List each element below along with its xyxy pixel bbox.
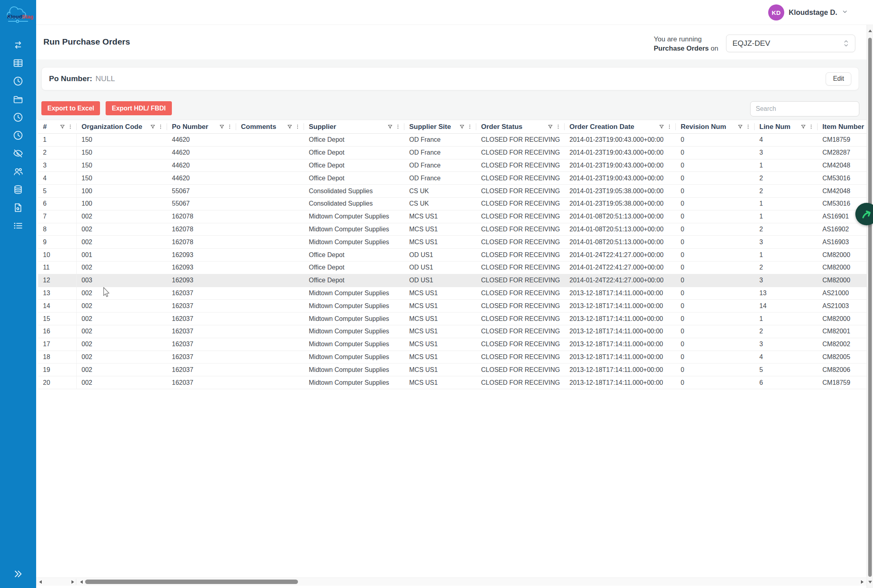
- table-row[interactable]: 20002162037Midtown Computer SuppliesMCS …: [38, 376, 867, 389]
- table-cell: 162093: [167, 261, 236, 274]
- column-menu-icon[interactable]: [158, 124, 163, 130]
- table-row[interactable]: 115044620Office DepotOD FranceCLOSED FOR…: [38, 134, 867, 147]
- table-row[interactable]: 11002162093Office DepotOD US1CLOSED FOR …: [38, 261, 867, 274]
- column-menu-icon[interactable]: [395, 124, 401, 130]
- users-icon: [12, 166, 24, 177]
- logo-text-stage: Stage: [22, 14, 33, 20]
- filter-icon[interactable]: [737, 124, 743, 130]
- horizontal-scrollbar-thumb[interactable]: [85, 580, 298, 584]
- export-to-excel-button[interactable]: Export to Excel: [41, 101, 100, 115]
- sidebar-item-users[interactable]: [12, 166, 24, 177]
- table-cell: MCS US1: [404, 376, 476, 389]
- scroll-right-arrow-icon[interactable]: [71, 580, 75, 584]
- table-cell: 44620: [167, 147, 236, 159]
- filter-icon[interactable]: [59, 124, 65, 130]
- column-header-[interactable]: #: [38, 120, 77, 133]
- column-header-line-num[interactable]: Line Num: [755, 120, 818, 133]
- edit-button[interactable]: Edit: [826, 72, 851, 86]
- column-header-supplier-site[interactable]: Supplier Site: [404, 120, 476, 133]
- sidebar-item-history-3[interactable]: [12, 130, 24, 141]
- filter-icon[interactable]: [387, 124, 393, 130]
- scroll-up-arrow-icon[interactable]: [868, 29, 872, 33]
- filter-icon[interactable]: [287, 124, 293, 130]
- column-menu-icon[interactable]: [745, 124, 751, 130]
- chevron-down-icon[interactable]: [842, 8, 848, 16]
- avatar[interactable]: KD: [768, 4, 784, 20]
- column-menu-icon[interactable]: [295, 124, 300, 130]
- column-header-item-number[interactable]: Item Number: [818, 120, 867, 133]
- table-row[interactable]: 215044620Office DepotOD FranceCLOSED FOR…: [38, 147, 867, 159]
- vertical-scrollbar[interactable]: [867, 25, 873, 588]
- sidebar-item-database[interactable]: [12, 184, 24, 195]
- table-row[interactable]: 19002162037Midtown Computer SuppliesMCS …: [38, 363, 867, 376]
- column-menu-icon[interactable]: [67, 124, 73, 130]
- sidebar-item-document[interactable]: [12, 202, 24, 213]
- table-cell: Office Depot: [304, 159, 404, 172]
- horizontal-scrollbar[interactable]: [36, 578, 867, 586]
- scroll-left-arrow-icon[interactable]: [80, 580, 84, 584]
- table-cell: 17: [38, 338, 77, 351]
- table-row[interactable]: 17002162037Midtown Computer SuppliesMCS …: [38, 338, 867, 351]
- user-menu[interactable]: KD Kloudstage D.: [768, 0, 848, 25]
- kloudstage-logo[interactable]: KloudStage: [3, 4, 33, 27]
- filter-icon[interactable]: [219, 124, 225, 130]
- filter-icon[interactable]: [150, 124, 156, 130]
- filter-icon[interactable]: [459, 124, 465, 130]
- sidebar-item-history-1[interactable]: [12, 76, 24, 87]
- column-menu-icon[interactable]: [555, 124, 561, 130]
- table-cell: 162037: [167, 338, 236, 351]
- table-cell: OD France: [404, 134, 476, 146]
- column-menu-icon[interactable]: [808, 124, 814, 130]
- table-row[interactable]: 12003162093Office DepotOD US1CLOSED FOR …: [38, 274, 867, 287]
- table-cell: 15: [38, 312, 77, 325]
- sidebar-item-hidden[interactable]: [12, 148, 24, 159]
- table-row[interactable]: 16002162037Midtown Computer SuppliesMCS …: [38, 325, 867, 338]
- table-row[interactable]: 18002162037Midtown Computer SuppliesMCS …: [38, 351, 867, 364]
- sidebar-item-list[interactable]: [12, 220, 24, 231]
- column-menu-icon[interactable]: [467, 124, 473, 130]
- table-row[interactable]: 13002162037Midtown Computer SuppliesMCS …: [38, 287, 867, 300]
- table-row[interactable]: 415044620Office DepotOD FranceCLOSED FOR…: [38, 172, 867, 185]
- table-cell: 002: [77, 261, 167, 274]
- sidebar-item-history-2[interactable]: [12, 112, 24, 123]
- scroll-left-arrow-icon[interactable]: [39, 580, 43, 584]
- column-menu-icon[interactable]: [227, 124, 233, 130]
- filter-icon[interactable]: [800, 124, 806, 130]
- column-header-supplier[interactable]: Supplier: [304, 120, 404, 133]
- filter-icon[interactable]: [547, 124, 553, 130]
- sidebar-item-transfer[interactable]: [12, 39, 24, 51]
- table-cell: 162078: [167, 223, 236, 236]
- vertical-scrollbar-thumb[interactable]: [868, 38, 872, 577]
- sidebar-item-tables[interactable]: [12, 57, 24, 69]
- table-cell: 1: [755, 249, 818, 261]
- column-label: Item Number: [822, 123, 864, 131]
- scroll-right-arrow-icon[interactable]: [860, 580, 864, 584]
- sidebar-item-folders[interactable]: [12, 94, 24, 105]
- column-header-comments[interactable]: Comments: [236, 120, 304, 133]
- search-input[interactable]: [750, 101, 859, 116]
- table-row[interactable]: 9002162078Midtown Computer SuppliesMCS U…: [38, 236, 867, 249]
- table-cell: 2013-12-18T17:14:11.000+00:00: [565, 287, 676, 300]
- table-cell: 002: [77, 338, 167, 351]
- table-row[interactable]: 510055067Consolidated SuppliesCS UKCLOSE…: [38, 185, 867, 198]
- table-cell: CM82001: [818, 325, 867, 338]
- table-row[interactable]: 7002162078Midtown Computer SuppliesMCS U…: [38, 210, 867, 223]
- table-row[interactable]: 14002162037Midtown Computer SuppliesMCS …: [38, 300, 867, 312]
- table-row[interactable]: 10001162093Office DepotOD US1CLOSED FOR …: [38, 249, 867, 261]
- column-header-po-number[interactable]: Po Number: [167, 120, 236, 133]
- export-hdl-fbdi-button[interactable]: Export HDL/ FBDI: [106, 101, 171, 115]
- table-row[interactable]: 610055067Consolidated SuppliesCS UKCLOSE…: [38, 198, 867, 210]
- table-row[interactable]: 8002162078Midtown Computer SuppliesMCS U…: [38, 223, 867, 236]
- environment-select[interactable]: EQJZ-DEV: [726, 35, 855, 52]
- filter-icon[interactable]: [659, 124, 665, 130]
- scroll-down-arrow-icon[interactable]: [868, 580, 872, 584]
- column-header-organization-code[interactable]: Organization Code: [77, 120, 167, 133]
- column-header-order-creation-date[interactable]: Order Creation Date: [565, 120, 676, 133]
- column-header-order-status[interactable]: Order Status: [476, 120, 565, 133]
- column-header-revision-num[interactable]: Revision Num: [676, 120, 755, 133]
- sidebar-expand-button[interactable]: [0, 569, 36, 579]
- column-menu-icon[interactable]: [667, 124, 672, 130]
- list-icon: [12, 220, 24, 231]
- table-row[interactable]: 15002162037Midtown Computer SuppliesMCS …: [38, 312, 867, 325]
- table-row[interactable]: 315044620Office DepotOD FranceCLOSED FOR…: [38, 159, 867, 172]
